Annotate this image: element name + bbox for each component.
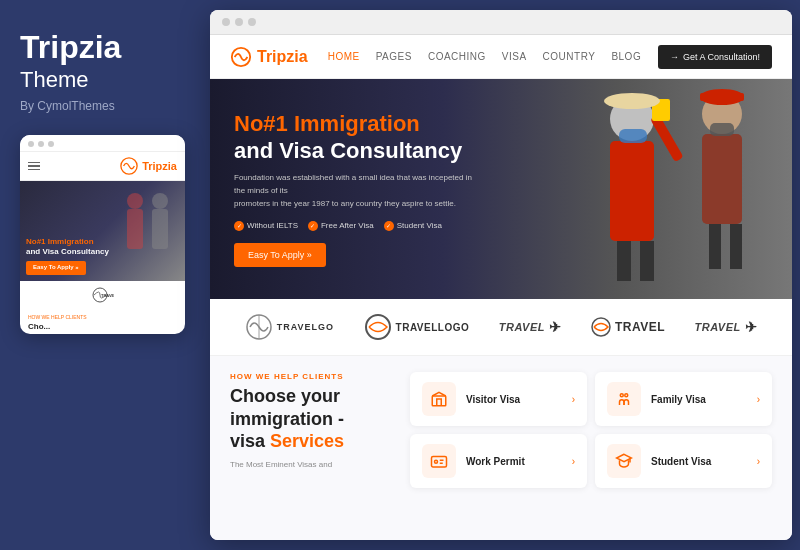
hero-title-white: and Visa Consultancy [234, 138, 462, 163]
badge-ielts-label: Without IELTS [247, 221, 298, 230]
graduation-icon [615, 452, 633, 470]
badge-check-ielts: ✓ [234, 221, 244, 231]
mobile-hero-line1: No#1 Immigration [26, 237, 109, 247]
id-card-icon [430, 452, 448, 470]
svg-rect-14 [619, 129, 647, 143]
mobile-top-bar [20, 135, 185, 152]
services-title-line2: immigration - [230, 409, 344, 429]
service-card-family[interactable]: Family Visa › [595, 372, 772, 426]
chrome-dot-3 [248, 18, 256, 26]
hero-badges: ✓ Without IELTS ✓ Free After Visa ✓ Stud… [234, 221, 474, 231]
hero-people-svg [512, 79, 792, 299]
svg-point-15 [604, 93, 660, 109]
hero-badge-free: ✓ Free After Visa [308, 221, 374, 231]
travel2-icon [591, 317, 611, 337]
services-grid: Visitor Visa › Family Visa › [410, 372, 772, 524]
nav-cta-button[interactable]: → Get A Consultation! [658, 45, 772, 69]
mobile-hamburger-icon [28, 162, 40, 171]
hero-content: No#1 Immigration and Visa Consultancy Fo… [234, 111, 474, 266]
travel3-label: travel [695, 321, 741, 333]
logo-strip: TRAVELGO Travellogo travel ✈ Travel trav… [210, 299, 792, 356]
mobile-dot-2 [38, 141, 44, 147]
mobile-logo: Tripzia [120, 157, 177, 175]
logo-travellogo: Travellogo [364, 313, 470, 341]
services-how-label: HOW WE HELP CLIENTS [230, 372, 390, 381]
mobile-hero-text: No#1 Immigration and Visa Consultancy Ea… [26, 237, 109, 276]
work-permit-info: Work Permit [466, 456, 562, 467]
browser-window: Tripzia HOME PAGES COACHING VISA COUNTRY… [210, 10, 792, 540]
family-icon [615, 390, 633, 408]
travel1-plane: ✈ [549, 319, 562, 335]
svg-rect-17 [702, 134, 742, 224]
mobile-hero-figures [105, 181, 185, 281]
travellogo-label: Travellogo [396, 322, 470, 333]
travel3-plane: ✈ [745, 319, 758, 335]
hero-figures [512, 79, 792, 299]
svg-rect-9 [610, 141, 654, 241]
mobile-hero: No#1 Immigration and Visa Consultancy Ea… [20, 181, 185, 281]
badge-check-student: ✓ [384, 221, 394, 231]
hero-badge-ielts: ✓ Without IELTS [234, 221, 298, 231]
services-title-line3: visa [230, 431, 265, 451]
hero-title-orange: No#1 Immigration [234, 111, 420, 136]
nav-logo-accent: zia [286, 48, 307, 65]
service-card-work[interactable]: Work Permit › [410, 434, 587, 488]
mobile-logo-plain: Trip [142, 160, 162, 172]
svg-rect-22 [710, 123, 734, 136]
work-permit-arrow: › [572, 456, 575, 467]
svg-rect-10 [617, 241, 631, 281]
nav-link-visa[interactable]: VISA [502, 51, 527, 62]
mobile-section-label: HOW WE HELP CLIENTS [20, 309, 185, 320]
work-permit-icon-box [422, 444, 456, 478]
mobile-logos-strip: TRAVELGO [20, 281, 185, 309]
site-nav: Tripzia HOME PAGES COACHING VISA COUNTRY… [210, 35, 792, 79]
hero-cta-button[interactable]: Easy To Apply » [234, 243, 326, 267]
nav-link-home[interactable]: HOME [328, 51, 360, 62]
service-card-student[interactable]: Student Visa › [595, 434, 772, 488]
svg-point-29 [625, 394, 628, 397]
mobile-logo-svg [120, 157, 138, 175]
hero-cta-label: Easy To Apply » [248, 250, 312, 260]
services-description: The Most Eminent Visas and [230, 459, 390, 472]
badge-check-free: ✓ [308, 221, 318, 231]
nav-links: HOME PAGES COACHING VISA COUNTRY BLOG [328, 51, 658, 62]
travellogo-icon [364, 313, 392, 341]
logo-travel-1: travel ✈ [499, 319, 562, 335]
logo-travel-2: Travel [591, 317, 665, 337]
nav-cta-label: Get A Consultation! [683, 52, 760, 62]
mobile-hero-line2: and Visa Consultancy [26, 247, 109, 257]
nav-cta-arrow: → [670, 52, 679, 62]
nav-logo: Tripzia [230, 46, 308, 68]
services-title-accent: Services [270, 431, 344, 451]
nav-link-coaching[interactable]: COACHING [428, 51, 486, 62]
brand-by: By CymolThemes [20, 99, 115, 113]
mobile-section-heading: Cho... [20, 320, 185, 334]
nav-link-country[interactable]: COUNTRY [543, 51, 596, 62]
travelgo-icon [245, 313, 273, 341]
family-visa-arrow: › [757, 394, 760, 405]
nav-link-pages[interactable]: PAGES [376, 51, 412, 62]
mobile-travelgo-logo: TRAVELGO [92, 287, 114, 303]
student-visa-arrow: › [757, 456, 760, 467]
family-visa-name: Family Visa [651, 394, 747, 405]
nav-logo-text: Tripzia [257, 48, 308, 66]
svg-rect-2 [127, 209, 143, 249]
svg-point-31 [435, 460, 438, 463]
mobile-cta: Easy To Apply » [26, 261, 86, 275]
services-section: HOW WE HELP CLIENTS Choose your immigrat… [210, 356, 792, 540]
svg-point-28 [620, 394, 623, 397]
badge-student-label: Student Visa [397, 221, 442, 230]
svg-rect-11 [640, 241, 654, 281]
hero-title: No#1 Immigration and Visa Consultancy [234, 111, 474, 164]
nav-logo-icon [230, 46, 252, 68]
nav-link-blog[interactable]: BLOG [611, 51, 641, 62]
building-icon [430, 390, 448, 408]
logo-travel-3: travel ✈ [695, 319, 758, 335]
svg-text:TRAVELGO: TRAVELGO [101, 293, 114, 298]
svg-rect-12 [650, 114, 684, 162]
travel1-label: travel [499, 321, 545, 333]
hero-badge-student: ✓ Student Visa [384, 221, 442, 231]
svg-point-3 [152, 193, 168, 209]
service-card-visitor[interactable]: Visitor Visa › [410, 372, 587, 426]
work-permit-name: Work Permit [466, 456, 562, 467]
